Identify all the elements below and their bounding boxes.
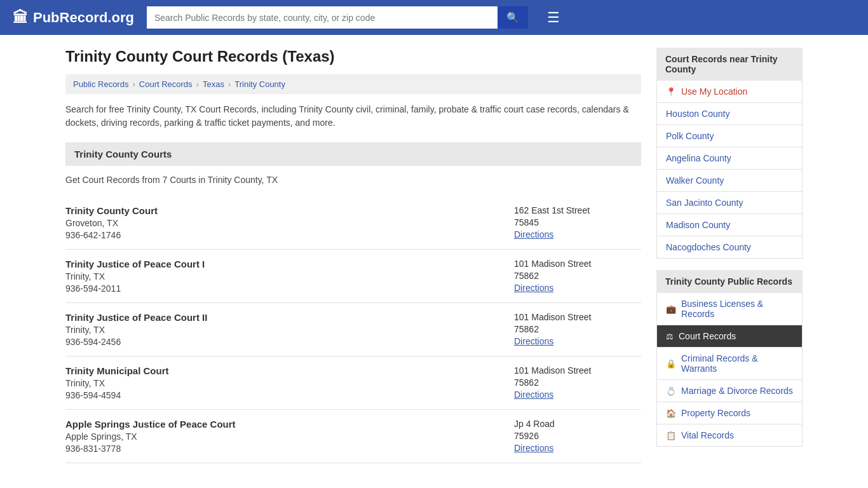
court-phone: 936-594-2011 [65,283,514,294]
search-input[interactable] [147,6,498,29]
court-city: Trinity, TX [65,325,514,335]
court-left: Apple Springs Justice of Peace Court App… [65,419,514,454]
site-logo[interactable]: 🏛 PubRecord.org [13,9,134,27]
court-city: Groveton, TX [65,218,514,228]
court-phone: 936-831-3778 [65,444,514,454]
court-address: 101 Madison Street [514,365,641,376]
nearby-county-2[interactable]: Polk County [657,125,802,147]
court-city: Apple Springs, TX [65,431,514,442]
pin-icon [666,86,676,97]
use-my-location[interactable]: Use My Location [657,81,802,103]
vital-icon [666,430,676,440]
court-name: Trinity Municipal Court [65,365,514,376]
nearby-county-7[interactable]: Nacogdoches County [657,236,802,258]
menu-icon[interactable]: ☰ [547,10,560,26]
court-name: Apple Springs Justice of Peace Court [65,419,514,430]
court-entry: Trinity County Court Groveton, TX 936-64… [65,196,641,250]
public-records-label[interactable]: Business Licenses & Records [681,299,793,319]
court-address: 101 Madison Street [514,312,641,322]
marriage-icon [666,386,676,396]
logo-text: PubRecord.org [33,10,134,26]
nearby-section-header: Court Records near Trinity County [656,48,803,81]
search-button[interactable]: 🔍 [498,6,528,29]
breadcrumb-link-texas[interactable]: Texas [203,79,224,89]
public-records-item-2[interactable]: Criminal Records & Warrants [657,348,802,380]
logo-icon: 🏛 [13,9,28,27]
briefcase-icon [666,304,676,314]
court-city: Trinity, TX [65,378,514,388]
nearby-county-3[interactable]: Angelina County [657,147,802,170]
court-right: 101 Madison Street 75862 Directions [514,312,641,347]
court-entry: Trinity Justice of Peace Court II Trinit… [65,303,641,356]
public-records-item-4[interactable]: Property Records [657,402,802,424]
content-area: Trinity County Court Records (Texas) Pub… [65,48,641,463]
public-records-item-1[interactable]: Court Records [657,325,802,348]
use-location-label: Use My Location [681,86,747,97]
court-city: Trinity, TX [65,271,514,281]
court-zip: 75862 [514,324,641,334]
public-records-label[interactable]: Property Records [681,408,750,418]
breadcrumb-link-public[interactable]: Public Records [73,79,128,89]
nearby-county-6[interactable]: Madison County [657,214,802,236]
nearby-county-1[interactable]: Houston County [657,103,802,125]
court-phone: 936-642-1746 [65,230,514,240]
nearby-county-4[interactable]: Walker County [657,170,802,192]
public-records-label[interactable]: Criminal Records & Warrants [681,353,793,374]
sidebar: Court Records near Trinity County Use My… [656,48,803,463]
court-entry: Trinity Justice of Peace Court I Trinity… [65,250,641,303]
search-bar: 🔍 [147,6,528,29]
court-right: 101 Madison Street 75862 Directions [514,365,641,400]
public-records-item-3[interactable]: Marriage & Divorce Records [657,380,802,402]
main-container: Trinity County Court Records (Texas) Pub… [53,35,815,476]
courts-list: Trinity County Court Groveton, TX 936-64… [65,196,641,463]
court-left: Trinity Justice of Peace Court I Trinity… [65,259,514,294]
nearby-list: Use My Location Houston County Polk Coun… [656,81,803,259]
court-address: Jp 4 Road [514,419,641,429]
court-entry: Apple Springs Justice of Peace Court App… [65,410,641,463]
court-zip: 75862 [514,377,641,388]
court-left: Trinity Municipal Court Trinity, TX 936-… [65,365,514,400]
court-right: 101 Madison Street 75862 Directions [514,259,641,294]
directions-link[interactable]: Directions [514,390,553,400]
page-title: Trinity County Court Records (Texas) [65,48,641,65]
nearby-county-5[interactable]: San Jacinto County [657,192,802,214]
directions-link[interactable]: Directions [514,229,553,240]
court-zip: 75862 [514,271,641,281]
court-left: Trinity Justice of Peace Court II Trinit… [65,312,514,347]
court-name: Trinity Justice of Peace Court II [65,312,514,323]
crime-icon [666,358,676,369]
court-right: Jp 4 Road 75926 Directions [514,419,641,454]
breadcrumb-link-court[interactable]: Court Records [139,79,193,89]
section-header: Trinity County Courts [65,142,641,166]
court-zip: 75926 [514,431,641,441]
public-records-item-0[interactable]: Business Licenses & Records [657,293,802,325]
court-right: 162 East 1st Street 75845 Directions [514,205,641,240]
home-icon [666,408,676,418]
public-records-label[interactable]: Court Records [679,331,736,341]
breadcrumb: Public Records › Court Records › Texas ›… [65,74,641,94]
court-phone: 936-594-2456 [65,337,514,347]
directions-link[interactable]: Directions [514,283,553,293]
directions-link[interactable]: Directions [514,443,553,453]
court-zip: 75845 [514,217,641,227]
court-left: Trinity County Court Groveton, TX 936-64… [65,205,514,240]
court-address: 101 Madison Street [514,259,641,269]
public-records-item-5[interactable]: Vital Records [657,424,802,446]
public-records-header: Trinity County Public Records [656,270,803,293]
court-phone: 936-594-4594 [65,390,514,400]
site-header: 🏛 PubRecord.org 🔍 ☰ [0,0,868,35]
court-name: Trinity County Court [65,205,514,216]
public-records-list: Business Licenses & Records Court Record… [656,293,803,447]
scales-icon [666,331,674,341]
court-entry: Trinity Municipal Court Trinity, TX 936-… [65,356,641,410]
section-subtitle: Get Court Records from 7 Courts in Trini… [65,175,641,185]
directions-link[interactable]: Directions [514,336,553,346]
public-records-label[interactable]: Marriage & Divorce Records [681,386,793,396]
court-name: Trinity Justice of Peace Court I [65,259,514,269]
page-description: Search for free Trinity County, TX Court… [65,103,641,130]
court-address: 162 East 1st Street [514,205,641,215]
public-records-label[interactable]: Vital Records [681,430,734,440]
breadcrumb-link-trinity[interactable]: Trinity County [234,79,285,89]
